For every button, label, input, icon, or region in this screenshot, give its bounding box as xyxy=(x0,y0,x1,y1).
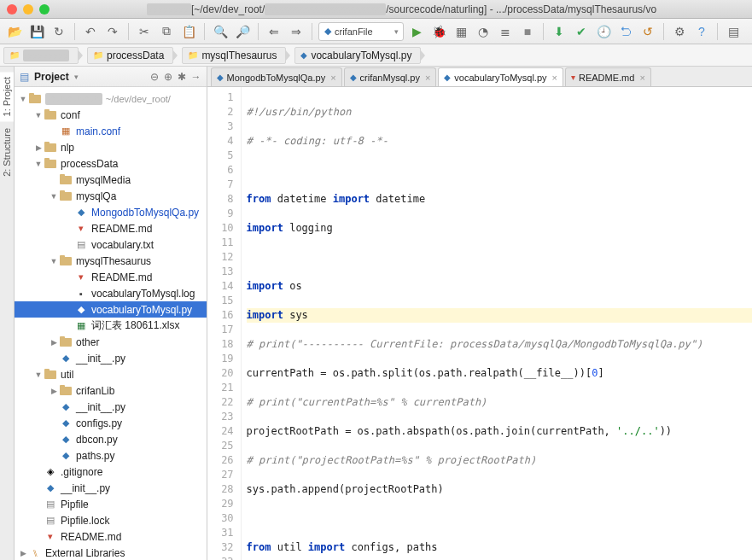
tree-folder-util[interactable]: ▼util xyxy=(15,366,207,382)
window-titlebar: xxxxxxxx[~/dev/dev_root/xxxxxxxxxxxxxxxx… xyxy=(0,0,752,19)
concurrency-icon[interactable]: ≣ xyxy=(496,22,515,41)
window-title: xxxxxxxx[~/dev/dev_root/xxxxxxxxxxxxxxxx… xyxy=(58,3,745,15)
tree-file-configs[interactable]: ·◆configs.py xyxy=(15,415,207,431)
hide-icon[interactable]: → xyxy=(191,71,201,83)
tree-external-libraries[interactable]: ▶⑊External Libraries xyxy=(15,545,207,560)
breadcrumb-root[interactable]: 📁xxxxxxxxx xyxy=(3,47,79,64)
traffic-lights xyxy=(7,4,50,15)
find-icon[interactable]: 🔍 xyxy=(211,22,230,41)
paste-icon[interactable]: 📋 xyxy=(179,22,198,41)
tree-folder-conf[interactable]: ▼conf xyxy=(15,107,207,123)
close-icon[interactable]: × xyxy=(330,73,335,83)
tree-file-dbcon[interactable]: ·◆dbcon.py xyxy=(15,431,207,447)
rail-tab-structure[interactable]: 2: Structure xyxy=(0,123,14,182)
tab-readme[interactable]: ▾README.md× xyxy=(565,67,651,86)
scroll-from-source-icon[interactable]: ⊕ xyxy=(164,71,172,83)
collapse-all-icon[interactable]: ⊖ xyxy=(150,71,159,83)
coverage-icon[interactable]: ▦ xyxy=(452,22,470,41)
cut-icon[interactable]: ✂ xyxy=(135,22,154,41)
tree-folder-mysqlmedia[interactable]: ·mysqlMedia xyxy=(15,172,207,188)
copy-icon[interactable]: ⧉ xyxy=(157,22,176,41)
code-content[interactable]: #!/usr/bin/python # -*- coding: utf-8 -*… xyxy=(242,87,752,560)
line-gutter: 1234567891011121314151617181920212223242… xyxy=(207,87,242,560)
tree-file-xlsx[interactable]: ·▦词汇表 180611.xlsx xyxy=(15,318,207,334)
forward-icon[interactable]: ⇒ xyxy=(287,22,306,41)
breadcrumb-processdata[interactable]: 📁processData xyxy=(87,47,173,64)
replace-icon[interactable]: 🔎 xyxy=(233,22,252,41)
tree-file-vocab-log[interactable]: ·▪vocabularyToMysql.log xyxy=(15,285,207,301)
tree-folder-crifanlib[interactable]: ▶crifanLib xyxy=(15,382,207,399)
tree-file-gitignore[interactable]: ·◈.gitignore xyxy=(15,464,207,480)
tree-file-main-conf[interactable]: ·▦main.conf xyxy=(15,123,207,139)
maximize-window-button[interactable] xyxy=(39,4,50,15)
tree-file-vocab-py[interactable]: ·◆vocabularyToMysql.py xyxy=(15,301,207,318)
tree-file-readme2[interactable]: ·▾README.md xyxy=(15,269,207,285)
tree-file-vocab-txt[interactable]: ·▤vocabulary.txt xyxy=(15,236,207,253)
tree-folder-other[interactable]: ▶other xyxy=(15,334,207,350)
tree-file-mongodb-py[interactable]: ·◆MongodbToMysqlQa.py xyxy=(15,204,207,220)
vcs-update-icon[interactable]: ⬇ xyxy=(550,22,568,41)
run-icon[interactable]: ▶ xyxy=(407,22,426,41)
vcs-push-icon[interactable]: ⮌ xyxy=(616,22,635,41)
rail-tab-project[interactable]: 1: Project xyxy=(0,72,14,121)
tree-file-init3[interactable]: ·◆__init__.py xyxy=(15,480,207,496)
breadcrumb-file[interactable]: ◆vocabularyToMysql.py xyxy=(294,47,421,64)
left-tool-rail: 1: Project 2: Structure xyxy=(0,67,15,560)
tree-file-init2[interactable]: ·◆__init__.py xyxy=(15,399,207,415)
close-icon[interactable]: × xyxy=(552,73,557,83)
editor-tabs: ◆MongodbToMysqlQa.py× ◆crifanMysql.py× ◆… xyxy=(207,67,752,87)
minimize-window-button[interactable] xyxy=(23,4,33,15)
back-icon[interactable]: ⇐ xyxy=(265,22,283,41)
tree-file-readme3[interactable]: ·▾README.md xyxy=(15,528,207,545)
breadcrumb-label: mysqlThesaurus xyxy=(201,50,277,61)
tab-vocabulary[interactable]: ◆vocabularyToMysql.py× xyxy=(438,67,563,86)
tree-folder-mysqlqa[interactable]: ▼mysqlQa xyxy=(15,188,207,204)
tree-file-readme1[interactable]: ·▾README.md xyxy=(15,220,207,236)
tree-file-init1[interactable]: ·◆__init__.py xyxy=(15,350,207,366)
tree-file-pipfile-lock[interactable]: ·▤Pipfile.lock xyxy=(15,512,207,528)
editor-area: ◆MongodbToMysqlQa.py× ◆crifanMysql.py× ◆… xyxy=(207,67,752,560)
tree-file-paths[interactable]: ·◆paths.py xyxy=(15,447,207,464)
tree-root[interactable]: ▼xxxxxxxxxx~/dev/dev_root/ xyxy=(15,90,207,107)
tree-folder-mysqlthesaurus[interactable]: ▼mysqlThesaurus xyxy=(15,253,207,269)
project-panel-header: ▤ Project ▾ ⊖ ⊕ ✱ → xyxy=(15,67,207,87)
settings-icon[interactable]: ⚙ xyxy=(670,22,689,41)
sync-icon[interactable]: ↻ xyxy=(50,22,68,41)
debug-icon[interactable]: 🐞 xyxy=(429,22,448,41)
tree-file-pipfile[interactable]: ·▤Pipfile xyxy=(15,496,207,512)
tab-crifanmysql[interactable]: ◆crifanMysql.py× xyxy=(344,67,437,86)
code-editor[interactable]: 1234567891011121314151617181920212223242… xyxy=(207,87,752,560)
undo-icon[interactable]: ↶ xyxy=(81,22,100,41)
project-panel-title: Project xyxy=(34,71,69,83)
project-tree[interactable]: ▼xxxxxxxxxx~/dev/dev_root/ ▼conf ·▦main.… xyxy=(15,87,207,560)
project-panel: ▤ Project ▾ ⊖ ⊕ ✱ → ▼xxxxxxxxxx~/dev/dev… xyxy=(15,67,207,560)
close-icon[interactable]: × xyxy=(425,73,430,83)
breadcrumb-label: vocabularyToMysql.py xyxy=(311,50,411,61)
tab-mongodb[interactable]: ◆MongodbToMysqlQa.py× xyxy=(211,67,342,86)
redo-icon[interactable]: ↷ xyxy=(103,22,122,41)
help-icon[interactable]: ? xyxy=(692,22,711,41)
settings-icon[interactable]: ✱ xyxy=(178,71,186,83)
vcs-revert-icon[interactable]: ↺ xyxy=(638,22,657,41)
breadcrumb-label: processData xyxy=(107,50,164,61)
breadcrumb: 📁xxxxxxxxx 📁processData 📁mysqlThesaurus … xyxy=(0,44,752,67)
save-all-icon[interactable]: 💾 xyxy=(27,22,46,41)
tree-folder-processdata[interactable]: ▼processData xyxy=(15,155,207,172)
tree-folder-nlp[interactable]: ▶nlp xyxy=(15,139,207,155)
structure-icon[interactable]: ▤ xyxy=(724,22,743,41)
stop-icon[interactable]: ■ xyxy=(518,22,537,41)
vcs-history-icon[interactable]: 🕘 xyxy=(594,22,613,41)
close-window-button[interactable] xyxy=(7,4,17,15)
profile-icon[interactable]: ◔ xyxy=(474,22,493,41)
run-config-combo[interactable]: ◆crifanFile xyxy=(318,22,404,41)
main-toolbar: 📂 💾 ↻ ↶ ↷ ✂ ⧉ 📋 🔍 🔎 ⇐ ⇒ ◆crifanFile ▶ 🐞 … xyxy=(0,19,752,44)
close-icon[interactable]: × xyxy=(639,73,644,83)
breadcrumb-mysqlthesaurus[interactable]: 📁mysqlThesaurus xyxy=(182,47,286,64)
vcs-commit-icon[interactable]: ✔ xyxy=(572,22,591,41)
open-icon[interactable]: 📂 xyxy=(5,22,24,41)
